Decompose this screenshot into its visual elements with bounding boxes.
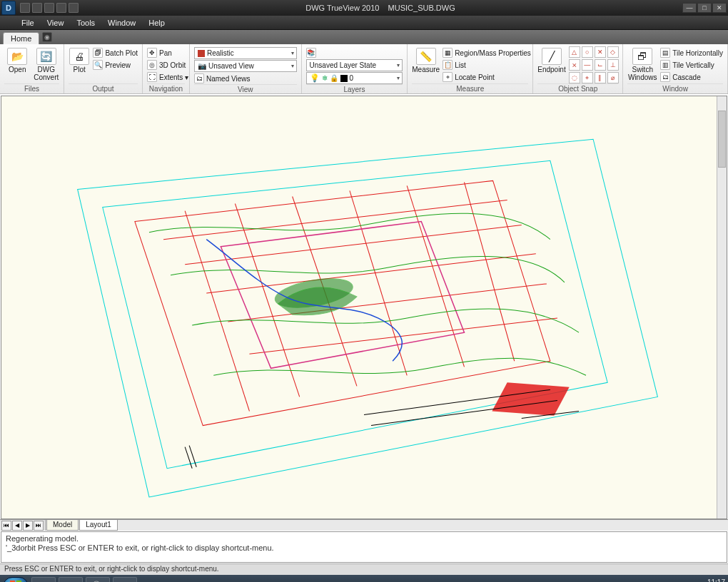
title-bar: D DWG TrueView 2010 MUSIC_SUB.DWG — □ ✕ <box>0 0 728 16</box>
snap-center-icon[interactable]: ○ <box>582 46 593 58</box>
preview-button[interactable]: 🔍Preview <box>93 59 138 71</box>
snap-node-icon[interactable]: ✕ <box>595 46 606 58</box>
sheet-last-button[interactable]: ⏭ <box>34 521 44 531</box>
tile-v-label: Tile Vertically <box>672 61 714 69</box>
qat-btn-1[interactable] <box>20 3 30 13</box>
menu-file[interactable]: File <box>21 19 34 27</box>
horizontal-scrollbar[interactable] <box>118 520 728 531</box>
taskbar-ie-icon[interactable]: e <box>31 577 56 582</box>
qat-btn-5[interactable] <box>69 3 79 13</box>
taskbar-trueview-icon[interactable]: D <box>113 577 137 582</box>
sheet-first-button[interactable]: ⏮ <box>1 521 11 531</box>
qat-btn-2[interactable] <box>32 3 42 13</box>
panel-title-snap: Object Snap <box>537 83 618 93</box>
open-button[interactable]: 📂Open <box>4 46 31 73</box>
batch-label: Batch Plot <box>105 49 138 57</box>
svg-line-11 <box>350 190 407 375</box>
snap-tangent-icon[interactable]: ◌ <box>569 72 580 83</box>
svg-line-13 <box>464 182 514 361</box>
visual-style-value: Realistic <box>207 49 234 57</box>
snap-nearest-icon[interactable]: ⌖ <box>582 72 593 83</box>
snap-intersection-icon[interactable]: ⨯ <box>569 59 580 71</box>
panel-layers: 📚 Unsaved Layer State 💡 ❄ 🔒 0 Layers <box>302 44 408 93</box>
saved-view-dropdown[interactable]: 📷Unsaved View <box>194 60 297 72</box>
view-icon: 📷 <box>198 62 206 70</box>
status-text: Press ESC or ENTER to exit, or right-cli… <box>4 565 219 573</box>
measure-button[interactable]: 📏Measure <box>412 46 440 73</box>
tile-vertical-button[interactable]: ▥Tile Vertically <box>660 59 723 71</box>
saved-view-value: Unsaved View <box>208 62 254 70</box>
visual-style-dropdown[interactable]: Realistic <box>194 47 297 59</box>
command-line[interactable]: Regenerating model. '_3dorbit Press ESC … <box>1 531 727 563</box>
menu-window[interactable]: Window <box>108 19 136 27</box>
menu-help[interactable]: Help <box>148 19 165 27</box>
cascade-button[interactable]: 🗂Cascade <box>660 71 723 83</box>
layer-state-value: Unsaved Layer State <box>310 61 376 69</box>
start-button[interactable] <box>3 577 29 582</box>
drawing-canvas[interactable] <box>1 96 727 519</box>
snap-insertion-icon[interactable]: ⌙ <box>595 59 606 71</box>
window-title: DWG TrueView 2010 MUSIC_SUB.DWG <box>79 4 682 12</box>
current-layer-dropdown[interactable]: 💡 ❄ 🔒 0 <box>306 72 403 84</box>
snap-parallel-icon[interactable]: ∥ <box>595 72 606 83</box>
status-bar: Press ESC or ENTER to exit, or right-cli… <box>0 563 728 575</box>
snap-midpoint-icon[interactable]: △ <box>569 46 580 58</box>
taskbar-clock[interactable]: 11:17 17/11/2009 <box>689 578 725 582</box>
tab-home[interactable]: Home <box>3 32 39 44</box>
locate-point-button[interactable]: ⌖Locate Point <box>443 71 531 83</box>
switch-windows-button[interactable]: 🗗Switch Windows <box>627 46 657 81</box>
minimize-button[interactable]: — <box>682 3 697 13</box>
orbit-button[interactable]: ◎3D Orbit <box>147 59 188 71</box>
taskbar-explorer-icon[interactable]: 📁 <box>59 577 83 582</box>
region-label: Region/Mass Properties <box>455 49 531 57</box>
snap-quadrant-icon[interactable]: ◇ <box>607 46 619 58</box>
ruler-icon: 📏 <box>416 48 436 65</box>
preview-icon: 🔍 <box>93 60 103 70</box>
ribbon-tab-bar: Home ◉ <box>0 30 728 44</box>
panel-measure: 📏Measure ▦Region/Mass Properties 📋List ⌖… <box>408 44 533 93</box>
sheet-prev-button[interactable]: ◀ <box>12 521 22 531</box>
panel-view: Realistic 📷Unsaved View 🗂Named Views Vie… <box>190 44 302 93</box>
close-button[interactable]: ✕ <box>712 3 727 13</box>
extents-button[interactable]: ⛶Extents▾ <box>147 71 188 83</box>
layer-state-dropdown[interactable]: Unsaved Layer State <box>306 59 403 71</box>
scrollbar-thumb[interactable] <box>718 111 726 168</box>
panel-title-nav: Navigation <box>147 83 185 93</box>
sheet-next-button[interactable]: ▶ <box>23 521 33 531</box>
cmd-line-2: '_3dorbit Press ESC or ENTER to exit, or… <box>6 543 274 552</box>
cascade-label: Cascade <box>672 73 700 81</box>
menu-tools[interactable]: Tools <box>76 19 95 27</box>
qat-btn-3[interactable] <box>44 3 54 13</box>
snap-extension-icon[interactable]: — <box>582 59 593 71</box>
snap-perpendicular-icon[interactable]: ⊥ <box>607 59 619 71</box>
taskbar-magnifier-icon[interactable]: 🔍 <box>86 577 110 582</box>
switch-label: Switch Windows <box>628 66 657 81</box>
menu-view[interactable]: View <box>47 19 64 27</box>
dwg-convert-button[interactable]: 🔄DWG Convert <box>34 46 60 81</box>
maximize-button[interactable]: □ <box>697 3 712 13</box>
snap-none-icon[interactable]: ⌀ <box>607 72 619 83</box>
tile-horizontal-button[interactable]: ▤Tile Horizontally <box>660 47 723 58</box>
snap-grid: △ ○ ✕ ◇ ⨯ — ⌙ ⊥ ◌ ⌖ ∥ ⌀ <box>569 46 619 83</box>
qat-btn-4[interactable] <box>56 3 66 13</box>
doc-name: MUSIC_SUB.DWG <box>388 4 455 12</box>
region-props-button[interactable]: ▦Region/Mass Properties <box>443 47 531 58</box>
tab-close-icon[interactable]: ◉ <box>42 32 52 42</box>
named-views-button[interactable]: 🗂Named Views <box>194 73 297 84</box>
endpoint-button[interactable]: ╱Endpoint <box>537 46 565 73</box>
measure-label: Measure <box>412 66 440 73</box>
plot-button[interactable]: 🖨Plot <box>69 46 90 73</box>
app-logo-icon[interactable]: D <box>1 1 16 15</box>
named-label: Named Views <box>206 75 251 83</box>
vertical-scrollbar[interactable] <box>717 96 727 519</box>
panel-title-measure: Measure <box>412 83 528 93</box>
sheet-tab-model[interactable]: Model <box>46 520 79 531</box>
layer-props-button[interactable]: 📚 <box>306 47 403 58</box>
list-button[interactable]: 📋List <box>443 59 531 71</box>
sheet-tab-layout1[interactable]: Layout1 <box>79 520 118 531</box>
open-label: Open <box>9 66 26 73</box>
panel-title-window: Window <box>627 83 723 93</box>
pan-button[interactable]: ✥Pan <box>147 47 188 58</box>
batch-plot-button[interactable]: 🗐Batch Plot <box>93 47 138 58</box>
svg-rect-16 <box>492 382 569 415</box>
